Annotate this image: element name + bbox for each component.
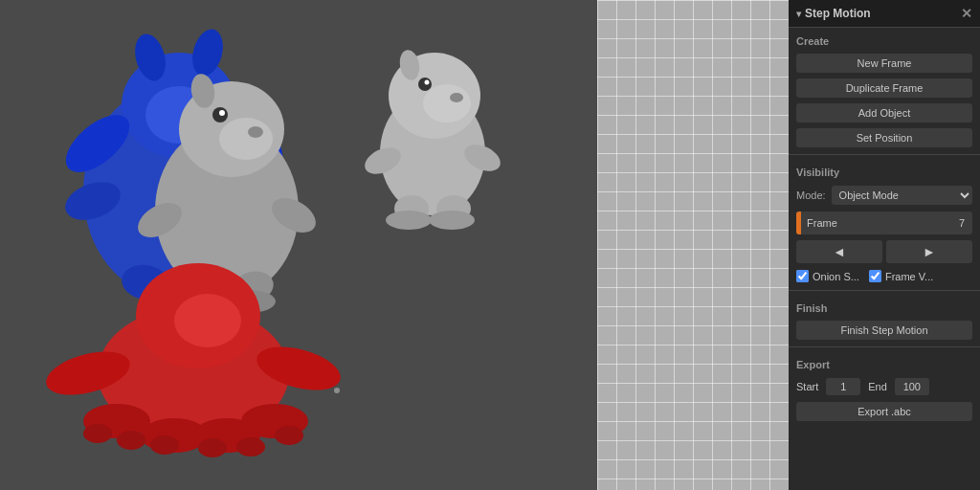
3d-scene — [0, 0, 789, 490]
export-section-label: Export — [789, 351, 980, 374]
svg-point-33 — [83, 424, 112, 443]
svg-point-16 — [219, 110, 225, 116]
finish-section-label: Finish — [789, 295, 980, 318]
red-character — [41, 263, 345, 457]
svg-point-38 — [275, 426, 303, 445]
new-frame-button[interactable]: New Frame — [796, 54, 972, 73]
set-position-button[interactable]: Set Position — [796, 128, 972, 147]
mode-select[interactable]: Object Mode Edit Mode Pose Mode — [832, 186, 972, 205]
onion-skin-label: Onion S... — [813, 271, 859, 282]
svg-point-34 — [117, 431, 145, 450]
svg-point-35 — [150, 435, 179, 455]
svg-point-14 — [248, 126, 263, 138]
svg-point-43 — [418, 78, 432, 91]
divider-1 — [789, 154, 980, 155]
next-frame-button[interactable]: ► — [886, 240, 972, 263]
frame-row: Frame 7 — [796, 212, 972, 234]
svg-point-42 — [450, 93, 463, 102]
svg-point-44 — [425, 80, 430, 85]
panel-title: Step Motion — [805, 7, 871, 20]
svg-point-37 — [236, 437, 265, 457]
visibility-section-label: Visibility — [789, 159, 980, 182]
svg-point-50 — [386, 211, 432, 230]
finish-step-motion-button[interactable]: Finish Step Motion — [796, 321, 972, 340]
onion-skin-checkbox-label[interactable]: Onion S... — [796, 270, 859, 282]
mode-label: Mode: — [796, 189, 826, 201]
start-label: Start — [796, 381, 818, 392]
svg-point-36 — [198, 438, 227, 457]
divider-3 — [789, 346, 980, 347]
frame-value: 7 — [951, 217, 972, 229]
end-frame-input[interactable] — [895, 378, 929, 395]
end-label: End — [868, 381, 887, 392]
svg-point-41 — [423, 84, 471, 122]
svg-point-51 — [429, 211, 475, 230]
start-frame-input[interactable] — [826, 378, 860, 395]
create-section-label: Create — [789, 28, 980, 51]
small-gray-character — [361, 49, 504, 230]
svg-point-26 — [174, 294, 241, 347]
mode-row: Mode: Object Mode Edit Mode Pose Mode — [789, 182, 980, 209]
collapse-arrow-icon[interactable]: ▾ — [796, 9, 801, 19]
export-abc-button[interactable]: Export .abc — [796, 402, 972, 421]
panel-header: ▾ Step Motion ✕ — [789, 0, 980, 28]
frame-visibility-label: Frame V... — [885, 271, 933, 282]
svg-point-13 — [219, 118, 273, 160]
viewport — [0, 0, 789, 490]
checkbox-row: Onion S... Frame V... — [789, 266, 980, 286]
frame-visibility-checkbox-label[interactable]: Frame V... — [869, 270, 933, 282]
onion-skin-checkbox[interactable] — [796, 270, 809, 282]
frame-visibility-checkbox[interactable] — [869, 270, 881, 282]
close-icon[interactable]: ✕ — [961, 6, 972, 21]
export-range-row: Start End — [789, 374, 980, 399]
nav-row: ◄ ► — [796, 240, 972, 263]
prev-frame-button[interactable]: ◄ — [796, 240, 882, 263]
step-motion-panel: ▾ Step Motion ✕ Create New Frame Duplica… — [789, 0, 980, 490]
cursor — [334, 388, 340, 393]
duplicate-frame-button[interactable]: Duplicate Frame — [796, 78, 972, 98]
add-object-button[interactable]: Add Object — [796, 103, 972, 122]
panel-header-left: ▾ Step Motion — [796, 7, 871, 20]
frame-label: Frame — [801, 217, 951, 229]
divider-2 — [789, 290, 980, 291]
